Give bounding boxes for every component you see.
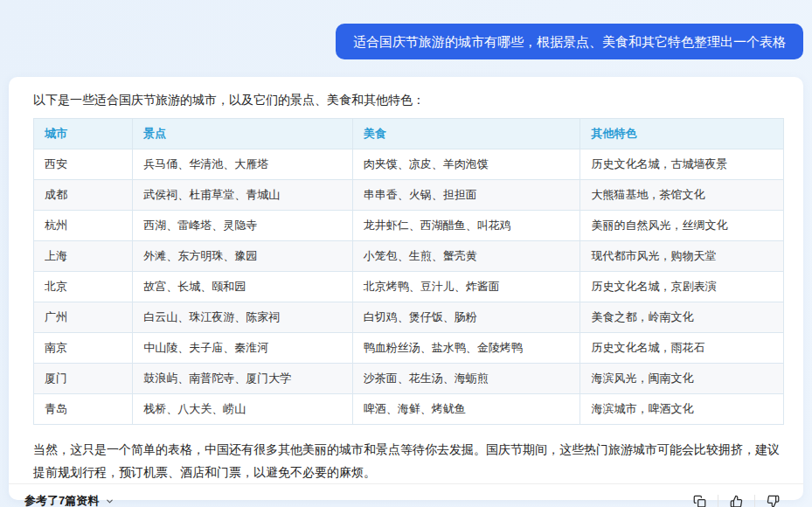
thumbs-up-button[interactable] [718, 495, 754, 507]
table-row: 厦门鼓浪屿、南普陀寺、厦门大学沙茶面、花生汤、海蛎煎海滨风光，闽南文化 [34, 364, 784, 394]
table-cell: 上海 [34, 241, 133, 272]
table-cell: 栈桥、八大关、崂山 [133, 394, 352, 425]
table-row: 南京中山陵、夫子庙、秦淮河鸭血粉丝汤、盐水鸭、金陵烤鸭历史文化名城，雨花石 [34, 333, 784, 364]
references-toggle[interactable]: 参考了7篇资料 [24, 493, 115, 507]
table-cell: 龙井虾仁、西湖醋鱼、叫花鸡 [352, 211, 580, 241]
table-cell: 兵马俑、华清池、大雁塔 [133, 149, 352, 180]
table-cell: 外滩、东方明珠、豫园 [133, 241, 352, 272]
table-cell: 厦门 [34, 364, 133, 394]
table-cell: 白云山、珠江夜游、陈家祠 [133, 302, 352, 333]
table-cell: 现代都市风光，购物天堂 [580, 241, 784, 272]
table-row: 青岛栈桥、八大关、崂山啤酒、海鲜、烤鱿鱼海滨城市，啤酒文化 [34, 394, 784, 425]
table-row: 上海外滩、东方明珠、豫园小笼包、生煎、蟹壳黄现代都市风光，购物天堂 [34, 241, 784, 272]
assistant-response-card: 以下是一些适合国庆节旅游的城市，以及它们的景点、美食和其他特色： 城市 景点 美… [9, 77, 803, 500]
table-row: 西安兵马俑、华清池、大雁塔肉夹馍、凉皮、羊肉泡馍历史文化名城，古城墙夜景 [34, 149, 784, 180]
table-cell: 鸭血粉丝汤、盐水鸭、金陵烤鸭 [352, 333, 580, 364]
table-cell: 武侯祠、杜甫草堂、青城山 [133, 180, 352, 211]
table-cell: 海滨城市，啤酒文化 [580, 394, 784, 425]
copy-icon [693, 495, 706, 507]
table-cell: 青岛 [34, 394, 133, 425]
user-message-text: 适合国庆节旅游的城市有哪些，根据景点、美食和其它特色整理出一个表格 [353, 34, 786, 49]
table-cell: 北京烤鸭、豆汁儿、炸酱面 [352, 272, 580, 302]
thumbs-up-icon [730, 495, 743, 507]
references-label: 参考了7篇资料 [24, 493, 99, 507]
table-cell: 白切鸡、煲仔饭、肠粉 [352, 302, 580, 333]
table-row: 广州白云山、珠江夜游、陈家祠白切鸡、煲仔饭、肠粉美食之都，岭南文化 [34, 302, 784, 333]
table-cell: 鼓浪屿、南普陀寺、厦门大学 [133, 364, 352, 394]
table-cell: 啤酒、海鲜、烤鱿鱼 [352, 394, 580, 425]
table-cell: 肉夹馍、凉皮、羊肉泡馍 [352, 149, 580, 180]
table-header-row: 城市 景点 美食 其他特色 [34, 119, 784, 149]
table-header-food: 美食 [352, 119, 580, 149]
response-outro-text: 当然，这只是一个简单的表格，中国还有很多其他美丽的城市和景点等待你去发掘。国庆节… [33, 438, 784, 483]
thumbs-down-icon [767, 495, 780, 507]
table-cell: 小笼包、生煎、蟹壳黄 [352, 241, 580, 272]
response-intro-text: 以下是一些适合国庆节旅游的城市，以及它们的景点、美食和其他特色： [33, 90, 784, 109]
table-cell: 南京 [34, 333, 133, 364]
table-row: 北京故宫、长城、颐和园北京烤鸭、豆汁儿、炸酱面历史文化名城，京剧表演 [34, 272, 784, 302]
user-message-bubble: 适合国庆节旅游的城市有哪些，根据景点、美食和其它特色整理出一个表格 [336, 24, 803, 59]
table-cell: 大熊猫基地，茶馆文化 [580, 180, 784, 211]
table-cell: 西安 [34, 149, 133, 180]
response-actions [682, 495, 791, 507]
chevron-down-icon [105, 497, 115, 506]
table-cell: 故宫、长城、颐和园 [133, 272, 352, 302]
table-cell: 历史文化名城，雨花石 [580, 333, 784, 364]
table-cell: 杭州 [34, 211, 133, 241]
table-cell: 历史文化名城，京剧表演 [580, 272, 784, 302]
assistant-response-content: 以下是一些适合国庆节旅游的城市，以及它们的景点、美食和其他特色： 城市 景点 美… [9, 77, 803, 483]
table-header-features: 其他特色 [580, 119, 784, 149]
table-cell: 成都 [34, 180, 133, 211]
thumbs-down-button[interactable] [754, 495, 791, 507]
table-body: 西安兵马俑、华清池、大雁塔肉夹馍、凉皮、羊肉泡馍历史文化名城，古城墙夜景成都武侯… [34, 149, 784, 425]
table-cell: 历史文化名城，古城墙夜景 [580, 149, 784, 180]
table-header-attractions: 景点 [133, 119, 352, 149]
table-cell: 海滨风光，闽南文化 [580, 364, 784, 394]
table-cell: 美食之都，岭南文化 [580, 302, 784, 333]
table-cell: 串串香、火锅、担担面 [352, 180, 580, 211]
table-row: 杭州西湖、雷峰塔、灵隐寺龙井虾仁、西湖醋鱼、叫花鸡美丽的自然风光，丝绸文化 [34, 211, 784, 241]
table-cell: 沙茶面、花生汤、海蛎煎 [352, 364, 580, 394]
response-footer: 参考了7篇资料 [9, 483, 803, 507]
table-cell: 美丽的自然风光，丝绸文化 [580, 211, 784, 241]
table-cell: 北京 [34, 272, 133, 302]
table-cell: 中山陵、夫子庙、秦淮河 [133, 333, 352, 364]
cities-table: 城市 景点 美食 其他特色 西安兵马俑、华清池、大雁塔肉夹馍、凉皮、羊肉泡馍历史… [33, 118, 784, 425]
table-cell: 广州 [34, 302, 133, 333]
table-cell: 西湖、雷峰塔、灵隐寺 [133, 211, 352, 241]
table-header-city: 城市 [34, 119, 133, 149]
table-row: 成都武侯祠、杜甫草堂、青城山串串香、火锅、担担面大熊猫基地，茶馆文化 [34, 180, 784, 211]
copy-button[interactable] [682, 495, 718, 507]
